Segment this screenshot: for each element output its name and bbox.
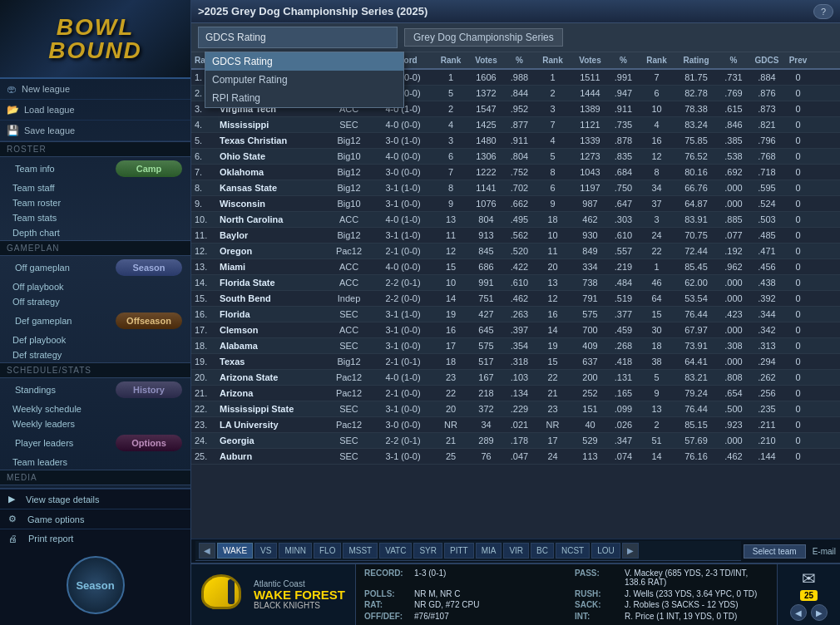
sidebar-item-def-strategy[interactable]: Def strategy: [0, 347, 190, 362]
td-conf: Pac12: [326, 372, 372, 383]
team-tab-arrow-right[interactable]: ▶: [622, 543, 639, 559]
camp-button[interactable]: Camp: [116, 160, 182, 177]
team-tab-minn[interactable]: MINN: [279, 543, 312, 559]
table-row[interactable]: 21. Arizona Pac12 2-1 (0-0) 22 218 .134 …: [191, 386, 840, 401]
sidebar-item-team-staff[interactable]: Team staff: [0, 180, 190, 195]
team-tab-mia[interactable]: MIA: [476, 543, 502, 559]
table-row[interactable]: 22. Mississippi State SEC 3-1 (0-0) 20 3…: [191, 401, 840, 417]
team-tab-lou[interactable]: LOU: [591, 543, 620, 559]
table-row[interactable]: 13. Miami ACC 4-0 (0-0) 15 686 .422 20 3…: [191, 259, 840, 275]
table-row[interactable]: 20. Arizona State Pac12 4-0 (1-0) 23 167…: [191, 370, 840, 386]
new-league-btn[interactable]: 🏟 New league: [0, 79, 190, 100]
table-row[interactable]: 19. Texas Big12 2-1 (0-1) 18 517 .318 15…: [191, 354, 840, 370]
team-tab-vatc[interactable]: VATC: [379, 543, 412, 559]
td-team: Arizona State: [218, 372, 326, 383]
select-team-button[interactable]: Select team: [744, 544, 806, 559]
td-rank2: 15: [534, 356, 571, 367]
td-votes1: 1222: [467, 166, 505, 178]
table-row[interactable]: 14. Florida State ACC 2-2 (0-1) 10 991 .…: [191, 275, 840, 291]
sidebar-item-team-roster[interactable]: Team roster: [0, 195, 190, 210]
td-prev: 0: [783, 387, 813, 399]
sidebar-item-def-gameplan[interactable]: Def gameplan: [8, 313, 116, 328]
history-button[interactable]: History: [116, 381, 182, 398]
team-tab-bc[interactable]: BC: [531, 543, 554, 559]
team-tab-pitt[interactable]: PITT: [444, 543, 474, 559]
td-prev: 0: [783, 340, 813, 352]
table-row[interactable]: 8. Kansas State Big12 3-1 (1-0) 8 1141 .…: [191, 180, 840, 196]
table-row[interactable]: 18. Alabama SEC 3-1 (0-0) 17 575 .354 19…: [191, 338, 840, 354]
season-button[interactable]: Season: [116, 259, 182, 276]
td-pct3: .923: [717, 419, 750, 431]
poll-option-computer[interactable]: Computer Rating: [205, 71, 403, 89]
table-row[interactable]: 15. South Bend Indep 2-2 (0-0) 14 751 .4…: [191, 291, 840, 307]
gameplan-header: GAMEPLAN: [0, 240, 190, 256]
td-prev: 0: [783, 182, 813, 194]
sidebar-item-team-stats[interactable]: Team stats: [0, 210, 190, 225]
td-conf: SEC: [326, 119, 372, 130]
table-row[interactable]: 16. Florida SEC 3-1 (1-0) 19 427 .263 16…: [191, 307, 840, 322]
sidebar-item-def-playbook[interactable]: Def playbook: [0, 332, 190, 347]
team-tab-flo[interactable]: FLO: [314, 543, 341, 559]
sidebar-item-standings[interactable]: Standings: [8, 382, 116, 397]
td-pct2: .165: [609, 387, 638, 399]
season-pill[interactable]: Season: [67, 556, 125, 614]
sidebar-item-off-strategy[interactable]: Off strategy: [0, 294, 190, 309]
table-row[interactable]: 4. Mississippi SEC 4-0 (0-0) 4 1425 .877…: [191, 117, 840, 133]
team-tab-wake[interactable]: WAKE: [217, 543, 253, 559]
team-tab-msst[interactable]: MSST: [343, 543, 378, 559]
table-row[interactable]: 6. Ohio State Big10 4-0 (0-0) 6 1306 .80…: [191, 149, 840, 165]
table-row[interactable]: 17. Clemson ACC 3-1 (0-0) 16 645 .397 14…: [191, 322, 840, 338]
sidebar-item-weekly-schedule[interactable]: Weekly schedule: [0, 401, 190, 416]
td-rank: 19.: [193, 356, 218, 367]
poll-input[interactable]: [198, 27, 398, 48]
table-row[interactable]: 9. Wisconsin Big10 3-1 (0-0) 9 1076 .662…: [191, 196, 840, 212]
team-tab-syr[interactable]: SYR: [413, 543, 442, 559]
table-row[interactable]: 12. Oregon Pac12 2-1 (0-0) 12 845 .520 1…: [191, 244, 840, 259]
sidebar-item-off-gameplan[interactable]: Off gameplan: [8, 260, 116, 275]
sidebar-item-off-playbook[interactable]: Off playbook: [0, 279, 190, 294]
game-options-btn[interactable]: ⚙ Game options: [0, 509, 190, 529]
table-row[interactable]: 11. Baylor Big12 3-1 (1-0) 11 913 .562 1…: [191, 228, 840, 244]
team-tab-arrow-left[interactable]: ◀: [199, 543, 215, 559]
poll-option-gdcs[interactable]: GDCS Rating: [205, 52, 403, 71]
help-button[interactable]: ?: [813, 4, 833, 19]
team-tab-ncst[interactable]: NCST: [556, 543, 590, 559]
next-arrow-btn[interactable]: ▶: [811, 604, 828, 621]
sidebar-item-team-info[interactable]: Team info: [8, 161, 116, 176]
td-votes1: 1606: [467, 71, 505, 83]
td-gdcs: .876: [750, 87, 783, 99]
view-stage-details-btn[interactable]: ▶ View stage details: [0, 489, 190, 509]
table-row[interactable]: 24. Georgia SEC 2-2 (0-1) 21 289 .178 17…: [191, 433, 840, 449]
team-tab-vs[interactable]: VS: [254, 543, 277, 559]
sidebar-item-player-leaders[interactable]: Player leaders: [8, 436, 116, 450]
td-rating: 81.75: [675, 71, 717, 83]
bottom-section: ◀WAKEVSMINNFLOMSSTVATCSYRPITTMIAVIRBCNCS…: [191, 539, 840, 625]
table-row[interactable]: 10. North Carolina ACC 4-0 (1-0) 13 804 …: [191, 212, 840, 228]
prev-arrow-btn[interactable]: ◀: [790, 604, 807, 621]
td-record: 4-0 (0-0): [372, 150, 434, 162]
td-votes1: 372: [467, 403, 505, 415]
sidebar-item-weekly-leaders[interactable]: Weekly leaders: [0, 416, 190, 431]
td-votes1: 167: [467, 372, 505, 383]
td-pct1: .520: [505, 245, 534, 257]
table-area[interactable]: Rank Team Conf Record Rank Votes % Rank …: [191, 52, 840, 539]
td-votes2: 1197: [571, 182, 609, 194]
td-rank1: 16: [434, 324, 467, 336]
td-rating: 70.75: [675, 229, 717, 241]
poll-option-rpi[interactable]: RPI Rating: [205, 89, 403, 107]
team-tab-vir[interactable]: VIR: [503, 543, 529, 559]
options-button[interactable]: Options: [116, 435, 182, 451]
email-button[interactable]: ✉ 25 ◀ ▶: [777, 564, 840, 625]
table-row[interactable]: 23. LA University Pac12 3-0 (0-0) NR 34 …: [191, 417, 840, 433]
table-row[interactable]: 5. Texas Christian Big12 3-0 (1-0) 3 148…: [191, 133, 840, 149]
sidebar-item-depth-chart[interactable]: Depth chart: [0, 225, 190, 240]
table-row[interactable]: 7. Oklahoma Big12 3-0 (0-0) 7 1222 .752 …: [191, 165, 840, 180]
print-report-btn[interactable]: 🖨 Print report: [0, 529, 190, 548]
td-pct1: .952: [505, 103, 534, 115]
save-league-btn[interactable]: 💾 Save league: [0, 121, 190, 141]
offseason-button[interactable]: Offseason: [116, 312, 182, 329]
load-league-btn[interactable]: 📂 Load league: [0, 100, 190, 121]
td-rank3: 7: [638, 71, 675, 83]
table-row[interactable]: 25. Auburn SEC 3-1 (0-0) 25 76 .047 24 1…: [191, 449, 840, 465]
sidebar-item-team-leaders[interactable]: Team leaders: [0, 455, 190, 470]
